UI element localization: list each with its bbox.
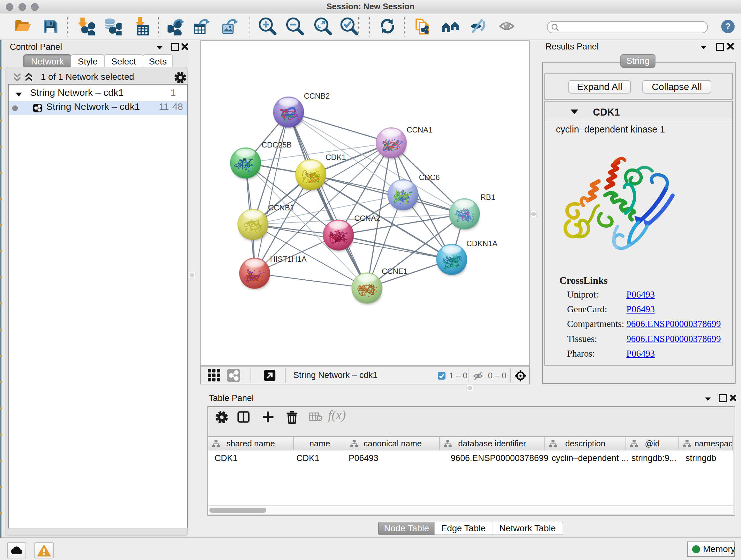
svg-text:CDC6: CDC6 — [419, 173, 440, 182]
svg-text:CCNB2: CCNB2 — [304, 91, 330, 100]
svg-text:RB1: RB1 — [480, 193, 495, 201]
svg-text:HIST1H1A: HIST1H1A — [270, 255, 307, 263]
svg-text:CCNB1: CCNB1 — [268, 203, 294, 212]
svg-text:CDC25B: CDC25B — [261, 140, 292, 149]
svg-text:CCNE1: CCNE1 — [382, 267, 408, 275]
svg-text:CDK1: CDK1 — [326, 153, 346, 162]
svg-text:CDKN1A: CDKN1A — [466, 239, 497, 248]
svg-text:CCNA2: CCNA2 — [354, 214, 380, 223]
svg-text:CCNA1: CCNA1 — [407, 125, 432, 134]
